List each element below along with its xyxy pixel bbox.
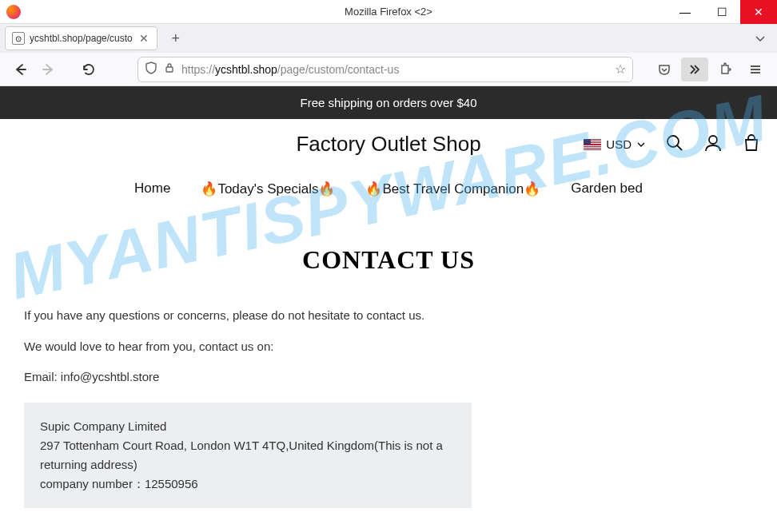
arrow-right-icon	[42, 62, 56, 77]
lock-icon[interactable]	[164, 62, 175, 76]
nav-item-travel[interactable]: 🔥Best Travel Companion🔥	[365, 181, 540, 197]
user-icon	[703, 133, 723, 153]
double-chevron-right-icon	[687, 62, 702, 77]
pocket-icon	[657, 62, 671, 77]
reload-icon	[82, 62, 96, 77]
extensions-button[interactable]	[711, 58, 739, 81]
tab-label: ycshtbl.shop/page/custo	[30, 33, 133, 44]
chevron-down-icon	[636, 140, 646, 149]
pocket-button[interactable]	[651, 58, 678, 81]
cart-button[interactable]	[742, 133, 761, 156]
browser-tab[interactable]: ⊙ ycshtbl.shop/page/custo ✕	[5, 26, 157, 50]
address-box: Supic Company Limited 297 Tottenham Cour…	[24, 403, 472, 508]
search-icon	[665, 133, 684, 153]
page-body: CONTACT US If you have any questions or …	[0, 213, 777, 524]
window-titlebar: Mozilla Firefox <2> — ☐ ✕	[0, 0, 777, 24]
page-heading: CONTACT US	[24, 245, 753, 275]
paragraph-contact: We would love to hear from you, contact …	[24, 338, 753, 356]
svg-point-2	[709, 136, 717, 144]
reload-button[interactable]	[77, 58, 101, 81]
forward-button[interactable]	[37, 58, 61, 81]
account-button[interactable]	[703, 133, 723, 156]
shipping-banner: Free shipping on orders over $40	[0, 86, 777, 119]
overflow-button[interactable]	[681, 58, 708, 81]
currency-label: USD	[606, 137, 632, 151]
tab-bar: ⊙ ycshtbl.shop/page/custo ✕ +	[0, 24, 777, 53]
new-tab-button[interactable]: +	[164, 26, 188, 50]
company-number: company number：12550956	[40, 474, 456, 494]
shield-icon[interactable]	[145, 62, 157, 77]
company-address: 297 Tottenham Court Road, London W1T 4TQ…	[40, 436, 456, 474]
bag-icon	[742, 133, 761, 153]
svg-point-1	[667, 136, 679, 147]
hamburger-icon	[748, 62, 763, 77]
back-button[interactable]	[8, 58, 32, 81]
arrow-left-icon	[13, 62, 27, 77]
svg-rect-0	[166, 67, 173, 72]
chevron-down-icon	[755, 33, 766, 44]
url-bar[interactable]: https://ycshtbl.shop/page/custom/contact…	[137, 57, 633, 82]
shop-title: Factory Outlet Shop	[296, 132, 480, 157]
main-nav: Home 🔥Today's Specials🔥 🔥Best Travel Com…	[0, 169, 777, 213]
tabs-dropdown-button[interactable]	[748, 26, 772, 50]
tab-close-icon[interactable]: ✕	[137, 32, 150, 45]
puzzle-icon	[718, 62, 732, 77]
company-name: Supic Company Limited	[40, 417, 456, 436]
nav-item-home[interactable]: Home	[134, 181, 170, 197]
app-menu-button[interactable]	[742, 58, 769, 81]
bookmark-star-icon[interactable]: ☆	[615, 62, 626, 77]
minimize-button[interactable]: —	[667, 0, 703, 24]
close-button[interactable]: ✕	[740, 0, 777, 24]
paragraph-intro: If you have any questions or concerns, p…	[24, 307, 753, 325]
search-button[interactable]	[665, 133, 684, 156]
paragraph-email: Email: info@ycshtbl.store	[24, 368, 753, 387]
shop-header: Factory Outlet Shop USD	[0, 119, 777, 169]
window-title: Mozilla Firefox <2>	[345, 6, 432, 18]
browser-toolbar: https://ycshtbl.shop/page/custom/contact…	[0, 53, 777, 86]
webpage-content: Free shipping on orders over $40 Factory…	[0, 86, 777, 524]
tab-favicon-icon: ⊙	[12, 32, 25, 45]
url-text: https://ycshtbl.shop/page/custom/contact…	[181, 63, 608, 76]
firefox-logo-icon	[6, 5, 21, 19]
flag-us-icon	[584, 139, 601, 150]
maximize-button[interactable]: ☐	[703, 0, 740, 24]
currency-selector[interactable]: USD	[584, 137, 646, 151]
nav-item-specials[interactable]: 🔥Today's Specials🔥	[201, 181, 335, 197]
nav-item-garden[interactable]: Garden bed	[571, 181, 643, 197]
